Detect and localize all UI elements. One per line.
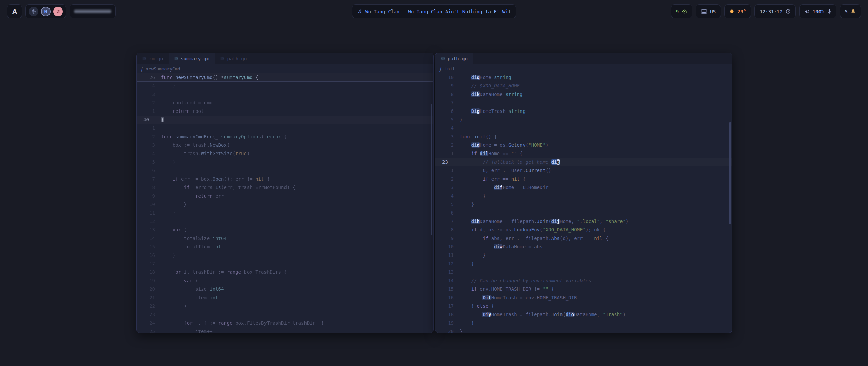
scrollbar[interactable]: [431, 104, 432, 235]
code-line[interactable]: 13 var (: [137, 226, 433, 234]
code-line[interactable]: 6: [137, 166, 433, 175]
code-line[interactable]: 25 item++: [137, 327, 433, 333]
code-line[interactable]: 3 box := trash.NewBox(: [137, 141, 433, 149]
search-match: di: [471, 75, 477, 80]
code-line[interactable]: 2 didHome = os.Getenv("HOME"): [435, 141, 732, 149]
code-text: DigHomeTrash string: [454, 107, 526, 116]
code-line[interactable]: 5 }: [435, 200, 732, 209]
cursor-line[interactable]: 23 // fallback to get home dia: [435, 158, 732, 166]
code-line[interactable]: 23: [137, 310, 433, 319]
code-line[interactable]: 9 if abs, err := filepath.Abs(d); err ==…: [435, 234, 732, 243]
code-line[interactable]: 15 if env.HOME_TRASH_DIR != "" {: [435, 285, 732, 293]
line-number: 1: [139, 107, 155, 116]
workspace-3-button[interactable]: [53, 7, 63, 16]
code-line[interactable]: 18 for i, trashDir := range box.TrashDir…: [137, 268, 433, 277]
updates-module[interactable]: 9: [671, 4, 692, 18]
notifications-module[interactable]: 5: [840, 4, 861, 18]
code-line[interactable]: 9 // $XDG_DATA_HOME: [435, 82, 732, 90]
line-number: 16: [438, 293, 454, 302]
code-line[interactable]: 8 dikDataHome string: [435, 90, 732, 99]
code-line[interactable]: 3 difHome = u.HomeDir: [435, 183, 732, 192]
code-line[interactable]: 4: [435, 124, 732, 133]
volume-module[interactable]: 100%: [799, 4, 836, 18]
code-line[interactable]: 8 if d, ok := os.LookupEnv("XDG_DATA_HOM…: [435, 226, 732, 234]
weather-module[interactable]: 29°: [724, 4, 751, 18]
code-line[interactable]: 16 DitHomeTrash = env.HOME_TRASH_DIR: [435, 293, 732, 302]
code-line[interactable]: 16 ): [137, 251, 433, 260]
code-line[interactable]: 24 for _, f := range box.FilesByTrashDir…: [137, 319, 433, 327]
code-line[interactable]: 19 }: [435, 319, 732, 327]
code-line[interactable]: 7 dihDataHome = filepath.Join(dijHome, "…: [435, 217, 732, 226]
code-line[interactable]: 2 if err == nil {: [435, 175, 732, 183]
code-line[interactable]: 2func summaryCmdRun(_ summaryOptions) er…: [137, 133, 433, 141]
tab-path-go[interactable]: path.go: [215, 53, 252, 64]
code-area: 10 diqHome string9 // $XDG_DATA_HOME8 di…: [435, 73, 732, 333]
line-number: 5: [438, 116, 454, 124]
code-line[interactable]: 5 ): [137, 158, 433, 166]
code-line[interactable]: 14 // Can be changed by environment vari…: [435, 277, 732, 285]
code-line[interactable]: 8 if !errors.Is(err, trash.ErrNotFound) …: [137, 183, 433, 192]
code-line[interactable]: 20}: [435, 327, 732, 333]
code-text: box := trash.NewBox(: [155, 141, 230, 149]
code-line[interactable]: 3: [137, 90, 433, 99]
sticky-context-line[interactable]: 26func newSummaryCmd() *summaryCmd {: [137, 73, 433, 82]
code-line[interactable]: 7: [435, 99, 732, 107]
code-line[interactable]: 1 return root: [137, 107, 433, 116]
code-line[interactable]: 17 } else {: [435, 302, 732, 310]
tab-rm-go[interactable]: rm.go: [137, 53, 169, 64]
code-line[interactable]: 21 item int: [137, 293, 433, 302]
code-line[interactable]: 9 return err: [137, 192, 433, 200]
code-line[interactable]: 12: [137, 217, 433, 226]
code-line[interactable]: 4 trash.WithGetSize(true),: [137, 149, 433, 158]
tab-path-go[interactable]: path.go: [435, 53, 473, 64]
code-line[interactable]: 15 totalItem int: [137, 243, 433, 251]
code-line[interactable]: 20 size int64: [137, 285, 433, 293]
code-text: }: [155, 200, 187, 209]
tab-summary-go[interactable]: summary.go: [169, 53, 215, 64]
code-line[interactable]: 5): [435, 116, 732, 124]
code-line[interactable]: 6: [435, 209, 732, 217]
code-line[interactable]: 2 root.cmd = cmd: [137, 99, 433, 107]
code-line[interactable]: 14 totalSize int64: [137, 234, 433, 243]
code-line[interactable]: 12 }: [435, 260, 732, 268]
code-line[interactable]: 4 }: [435, 192, 732, 200]
code-line[interactable]: 10 diwDataHome = abs: [435, 243, 732, 251]
code-line[interactable]: 10 }: [137, 200, 433, 209]
tabbar-right: path.go: [435, 53, 732, 64]
code-line[interactable]: 19 var (: [137, 277, 433, 285]
code-text: ): [155, 158, 175, 166]
code-line[interactable]: 1 u, err := user.Current(): [435, 166, 732, 175]
clock-module[interactable]: 12:31:12: [754, 4, 795, 18]
code-line[interactable]: 10 diqHome string: [435, 73, 732, 82]
code-line[interactable]: 7 if err := box.Open(); err != nil {: [137, 175, 433, 183]
launcher-button[interactable]: A: [7, 4, 22, 18]
line-number: 10: [438, 243, 454, 251]
code-line[interactable]: 11 }: [435, 251, 732, 260]
code-line[interactable]: 1: [137, 124, 433, 133]
keyboard-layout-module[interactable]: US: [696, 4, 721, 18]
search-match: di: [494, 185, 500, 190]
notifications-count: 5: [845, 9, 848, 14]
code-text: [155, 90, 161, 99]
scrollbar[interactable]: [729, 122, 731, 224]
code-line[interactable]: 13: [435, 268, 732, 277]
code-line[interactable]: 17: [137, 260, 433, 268]
code-text: DiyHomeTrash = filepath.Join(dioDataHome…: [454, 310, 626, 319]
workspace-1-button[interactable]: [29, 7, 38, 16]
code-line[interactable]: 3func init() {: [435, 133, 732, 141]
code-line[interactable]: 4 }: [137, 82, 433, 90]
line-number: 14: [438, 277, 454, 285]
code-line[interactable]: 1 if dilHome == "" {: [435, 149, 732, 158]
now-playing-widget[interactable]: Wu-Tang Clan - Wu-Tang Clan Ain't Nuthin…: [352, 4, 516, 18]
music-note-icon: [56, 9, 60, 14]
code-line[interactable]: 22 ): [137, 302, 433, 310]
workspace-2-button-active[interactable]: N: [41, 7, 51, 16]
window-title-pill[interactable]: [70, 4, 116, 18]
code-text: for i, trashDir := range box.TrashDirs {: [155, 268, 287, 277]
code-line[interactable]: 18 DiyHomeTrash = filepath.Join(dioDataH…: [435, 310, 732, 319]
code-line[interactable]: 11 }: [137, 209, 433, 217]
code-line[interactable]: 6 DigHomeTrash string: [435, 107, 732, 116]
cursor-line[interactable]: 46}: [137, 116, 433, 124]
line-number: 1: [438, 149, 454, 158]
line-number: 8: [139, 183, 155, 192]
